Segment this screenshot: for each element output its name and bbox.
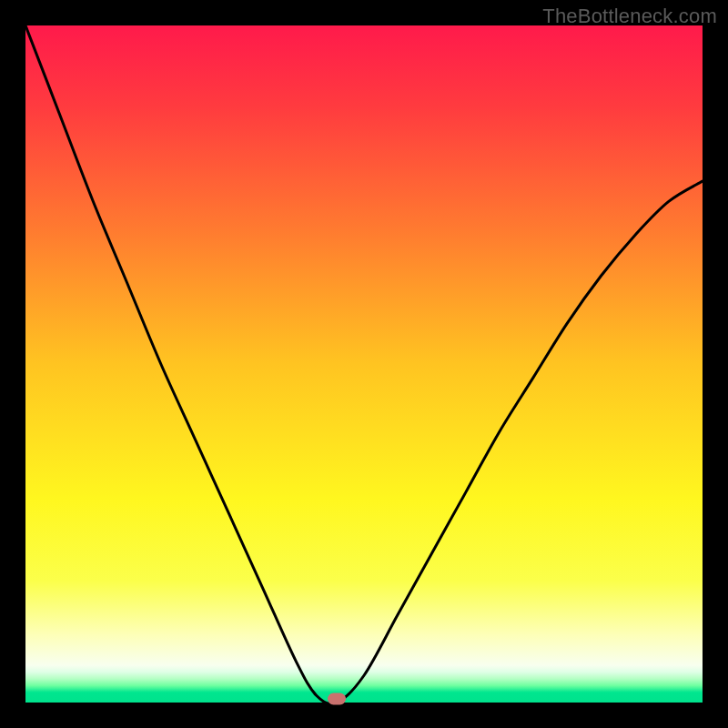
chart-svg [25, 25, 703, 703]
watermark-text: TheBottleneck.com [542, 5, 717, 28]
min-marker [328, 693, 346, 705]
gradient-background [25, 25, 703, 703]
chart-frame: TheBottleneck.com [0, 0, 728, 728]
plot-area [25, 25, 703, 703]
